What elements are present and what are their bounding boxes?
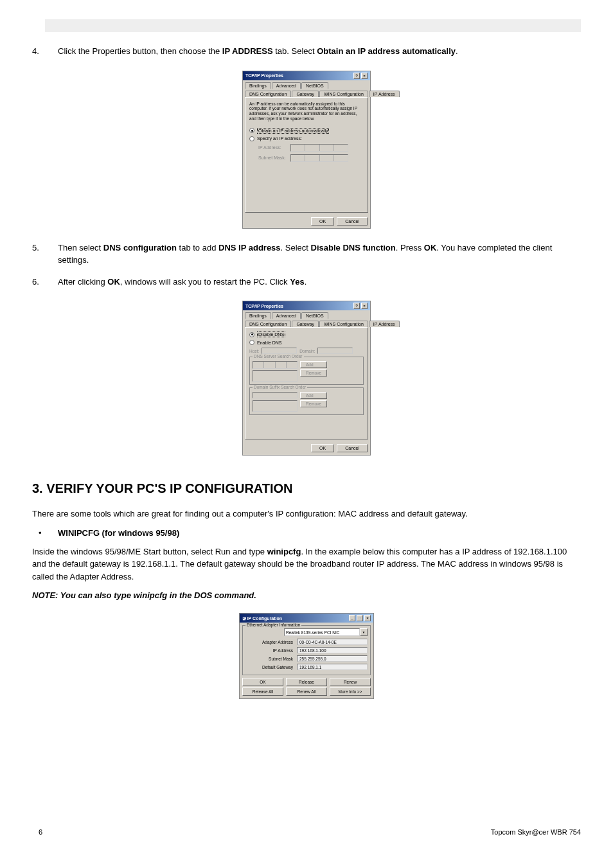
tab-netbios[interactable]: NetBIOS [301, 82, 328, 89]
tab-wins[interactable]: WINS Configuration [319, 321, 368, 327]
ok-button[interactable]: OK [311, 217, 334, 226]
subnet-mask-row: Subnet Mask 255.255.255.0 [245, 655, 368, 662]
dialog-buttons: OK Cancel [243, 215, 370, 228]
step-number: 6. [32, 276, 58, 288]
adapter-address-row: Adapter Address 00-C0-4C-A0-14-0E [245, 639, 368, 645]
radio-enable-dns[interactable]: Enable DNS [249, 340, 364, 345]
value: 192.168.1.1 [297, 664, 368, 670]
remove-button[interactable]: Remove [300, 369, 327, 376]
titlebar-icons: ? × [353, 73, 368, 79]
chevron-down-icon[interactable]: ▼ [360, 628, 368, 636]
dialog-buttons: OK Cancel [243, 441, 370, 455]
text: . [456, 46, 458, 56]
ip-address-row: IP Address 192.168.1.100 [245, 647, 368, 653]
close-icon[interactable]: × [361, 303, 368, 309]
tab-gateway[interactable]: Gateway [292, 91, 319, 97]
button-row-2: Release All Renew All More Info >> [242, 687, 371, 696]
cancel-button[interactable]: Cancel [337, 444, 368, 452]
t: , windows will ask you to restart the PC… [120, 277, 290, 287]
tab-dns[interactable]: DNS Configuration [245, 321, 291, 327]
tcpip-properties-dialog: TCP/IP Properties ? × Bindings Advanced … [242, 71, 371, 229]
page-footer: 6 Topcom Skyr@cer WBR 754 [39, 828, 581, 836]
release-all-button[interactable]: Release All [242, 687, 283, 696]
section-intro: There are some tools which are great for… [32, 508, 581, 520]
radio-auto-dot[interactable] [249, 128, 254, 133]
ethernet-adapter-group: Ethernet Adapter Information Realtek 813… [242, 625, 371, 675]
titlebar-icons: ? × [353, 303, 368, 309]
ipconfig-body: Ethernet Adapter Information Realtek 813… [240, 623, 373, 698]
b: Disable DNS function [311, 243, 396, 252]
b: DNS IP address [218, 243, 281, 252]
tab-bindings[interactable]: Bindings [245, 82, 271, 89]
dialog-titlebar: 🖳 IP Configuration _ □ × [240, 614, 373, 623]
tab-ipaddress[interactable]: IP Address [369, 91, 400, 97]
host-label: Host: [249, 349, 259, 353]
release-button[interactable]: Release [286, 678, 327, 686]
tab-advanced[interactable]: Advanced [272, 82, 301, 89]
tab-wins[interactable]: WINS Configuration [319, 91, 368, 97]
add-button[interactable]: Add [300, 361, 327, 368]
help-icon[interactable]: ? [353, 73, 360, 79]
remove-button[interactable]: Remove [300, 400, 327, 407]
document-content: 4. Click the Properties button, then cho… [32, 0, 581, 699]
t: . Select [281, 243, 311, 252]
dialog-title-text: TCP/IP Properties [245, 304, 283, 308]
suffix-input [253, 392, 298, 398]
radio-disable-dns[interactable]: Disable DNS [249, 332, 364, 337]
ok-button[interactable]: OK [242, 678, 283, 686]
minimize-icon[interactable]: _ [349, 615, 355, 621]
label: Default Gateway [245, 665, 297, 669]
tabs-row-1: Bindings Advanced NetBIOS [243, 80, 370, 89]
close-icon[interactable]: × [361, 73, 368, 79]
dialog-title-text: 🖳 IP Configuration [242, 616, 282, 621]
dns-ip-input [253, 361, 298, 369]
ok-button[interactable]: OK [311, 444, 334, 452]
ip-input [290, 144, 348, 152]
dialog3-wrapper: 🖳 IP Configuration _ □ × Ethernet Adapte… [32, 613, 581, 699]
adapter-select[interactable]: Realtek 8139-series PCI NIC [284, 628, 360, 636]
tabs-row-2: DNS Configuration Gateway WINS Configura… [243, 89, 370, 97]
tab-dns[interactable]: DNS Configuration [245, 91, 291, 97]
more-info-button[interactable]: More Info >> [330, 687, 371, 696]
bullet-label: WINIPCFG (for windows 95/98) [58, 528, 179, 538]
tcpip-dns-dialog: TCP/IP Properties ? × Bindings Advanced … [242, 301, 371, 456]
bullet-mark: • [32, 528, 58, 538]
radio-specify-dot[interactable] [249, 136, 254, 141]
renew-button[interactable]: Renew [330, 678, 371, 686]
cancel-button[interactable]: Cancel [337, 217, 368, 226]
tab-netbios[interactable]: NetBIOS [301, 312, 328, 319]
radio-dot[interactable] [249, 332, 254, 337]
add-button[interactable]: Add [300, 392, 327, 399]
step-number: 5. [32, 242, 58, 267]
radio-dot[interactable] [249, 340, 254, 345]
t: Then select [58, 243, 103, 252]
tab-advanced[interactable]: Advanced [272, 312, 301, 319]
radio-specify[interactable]: Specify an IP address: [249, 136, 364, 141]
b: OK [107, 277, 120, 287]
subnet-input [290, 154, 348, 162]
renew-all-button[interactable]: Renew All [286, 687, 327, 696]
text: Click the Properties button, then choose… [58, 46, 222, 56]
step-text: Then select DNS configuration tab to add… [58, 242, 581, 267]
winipcfg-para: Inside the windows 95/98/ME Start button… [32, 545, 581, 583]
subnet-row: Subnet Mask: [258, 154, 364, 162]
radio-auto[interactable]: Obtain an IP address automatically [249, 128, 364, 134]
radio-specify-label: Specify an IP address: [257, 136, 302, 141]
titlebar-icons: _ □ × [349, 615, 371, 621]
t: Inside the windows 95/98/ME Start button… [32, 547, 267, 556]
label: Subnet Mask [245, 657, 297, 661]
group-title: DNS Server Search Order [253, 354, 304, 359]
page-number: 6 [39, 828, 42, 836]
b: Yes [290, 277, 304, 287]
tab-ipaddress[interactable]: IP Address [369, 321, 400, 327]
product-name: Topcom Skyr@cer WBR 754 [491, 828, 581, 836]
step-text: After clicking OK, windows will ask you … [58, 276, 581, 288]
subnet-label: Subnet Mask: [258, 155, 290, 160]
close-icon[interactable]: × [364, 615, 371, 621]
tab-gateway[interactable]: Gateway [292, 321, 319, 327]
help-icon[interactable]: ? [353, 303, 360, 309]
default-gateway-row: Default Gateway 192.168.1.1 [245, 664, 368, 670]
adapter-dropdown-row: Realtek 8139-series PCI NIC ▼ [245, 628, 368, 636]
tab-bindings[interactable]: Bindings [245, 312, 271, 319]
step-number: 4. [32, 45, 58, 58]
